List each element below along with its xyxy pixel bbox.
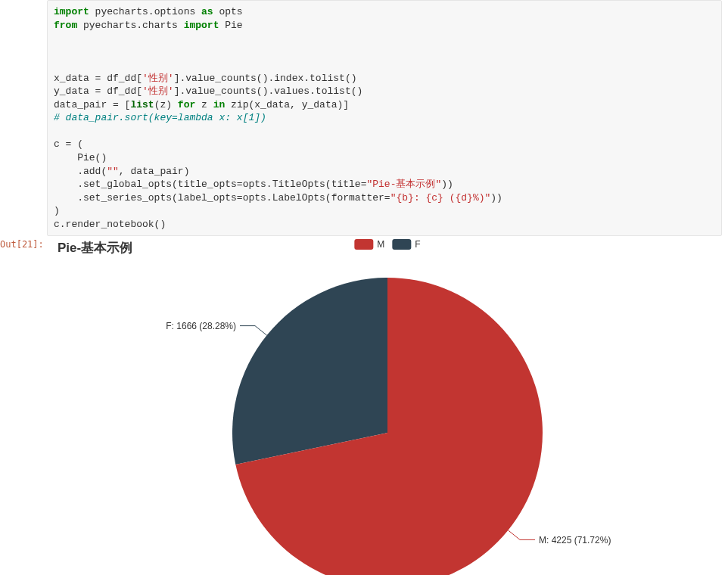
comment-line: # data_pair.sort(key=lambda x: x[1]) bbox=[54, 112, 266, 123]
leader-line-f bbox=[240, 326, 267, 336]
legend-swatch-m bbox=[354, 239, 373, 250]
kw-from: from bbox=[54, 20, 77, 31]
pie-container: F: 1666 (28.28%) M: 4225 (71.72%) bbox=[54, 259, 720, 575]
leader-line-m bbox=[508, 530, 535, 540]
input-prompt bbox=[0, 0, 47, 236]
legend-swatch-f bbox=[392, 239, 411, 250]
pie-slice-f[interactable] bbox=[232, 278, 387, 465]
output-cell: Out[21]: Pie-基本示例 M F F: bbox=[0, 236, 728, 575]
legend-label-f: F bbox=[415, 239, 420, 250]
legend-item-f[interactable]: F bbox=[392, 239, 420, 250]
kw-import: import bbox=[54, 6, 89, 17]
legend: M F bbox=[354, 239, 420, 250]
slice-label-m: M: 4225 (71.72%) bbox=[539, 535, 611, 545]
output-prompt: Out[21]: bbox=[0, 236, 47, 575]
legend-item-m[interactable]: M bbox=[354, 239, 384, 250]
slice-label-f: F: 1666 (28.28%) bbox=[166, 321, 236, 331]
chart-output: Pie-基本示例 M F F: 1666 (28.28%) bbox=[47, 236, 728, 575]
chart-title: Pie-基本示例 bbox=[58, 239, 132, 256]
code-editor[interactable]: import pyecharts.options as opts from py… bbox=[47, 0, 722, 236]
legend-label-m: M bbox=[377, 239, 384, 250]
code-cell: import pyecharts.options as opts from py… bbox=[0, 0, 728, 236]
pie-svg: F: 1666 (28.28%) M: 4225 (71.72%) bbox=[54, 259, 720, 575]
kw-import: import bbox=[184, 20, 219, 31]
kw-as: as bbox=[201, 6, 213, 17]
